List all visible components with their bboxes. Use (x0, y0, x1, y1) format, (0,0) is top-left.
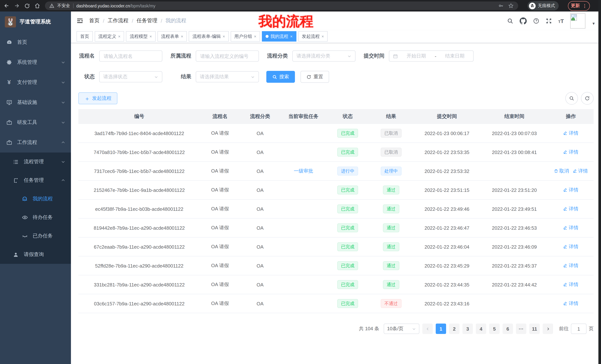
show-search-button[interactable] (565, 92, 578, 105)
forward-icon[interactable] (14, 3, 20, 9)
next-page-button[interactable] (543, 324, 553, 334)
help-icon[interactable] (533, 18, 539, 24)
font-size-icon[interactable]: TT (558, 18, 564, 24)
search-icon[interactable] (507, 18, 513, 24)
sidebar-item-label: 请假查询 (24, 251, 44, 258)
detail-link[interactable]: 详情 (563, 262, 579, 269)
sidebar-item-home[interactable]: 首页 (0, 32, 71, 52)
current-task-link[interactable]: 一级审批 (294, 168, 313, 174)
not-secure-icon (50, 3, 54, 8)
table-row: 03c6c157-7b9a-11ec-a290-acde48001122OA 请… (78, 294, 594, 313)
url-bar[interactable]: 不安全 dashboard.yudao.iocoder.cn/bpm/task/… (45, 1, 518, 10)
sidebar-item-done-task[interactable]: 已办任务 (0, 227, 71, 245)
tab-process-definition[interactable]: 流程定义× (95, 31, 124, 42)
sidebar-collapse-icon[interactable] (77, 18, 83, 24)
col-current-task: 当前审批任务 (280, 109, 327, 124)
tab-home[interactable]: 首页 (77, 31, 93, 42)
close-icon[interactable]: × (223, 34, 225, 38)
detail-link[interactable]: 详情 (563, 130, 579, 136)
home-icon[interactable] (35, 3, 40, 9)
detail-link[interactable]: 详情 (563, 224, 579, 231)
detail-link[interactable]: 详情 (563, 300, 579, 307)
table-row: 3ad174fb-7b9d-11ec-8404-acde48001122OA 请… (78, 124, 594, 143)
bookmark-star-icon[interactable] (508, 3, 514, 9)
page-button-4[interactable]: 4 (476, 324, 486, 334)
sidebar-item-payment[interactable]: ¥ 支付管理 (0, 72, 71, 92)
tab-process-model[interactable]: 流程模型× (126, 31, 156, 42)
breadcrumb-home[interactable]: 首页 (89, 18, 100, 24)
sidebar-item-label: 支付管理 (17, 79, 37, 86)
avatar[interactable] (570, 13, 585, 29)
sidebar-item-label: 我的流程 (33, 196, 53, 202)
close-icon[interactable]: × (254, 34, 257, 38)
sidebar-item-my-process[interactable]: 我的流程 (0, 190, 71, 208)
close-icon[interactable]: × (181, 34, 183, 38)
create-process-button[interactable]: ＋ 发起流程 (78, 92, 117, 104)
sidebar-item-process-mgmt[interactable]: 流程管理 (0, 153, 71, 171)
sidebar-item-task-mgmt[interactable]: 任务管理 (0, 171, 71, 190)
sidebar-item-label: 任务管理 (24, 177, 44, 184)
result-badge: 通过 (383, 280, 399, 289)
browser-menu-icon[interactable]: ⋮ (582, 3, 587, 8)
goto-page-input[interactable] (571, 324, 587, 334)
page-ellipsis[interactable]: ··· (516, 324, 526, 334)
sidebar-item-leave-query[interactable]: 请假查询 (0, 245, 71, 264)
detail-link[interactable]: 详情 (563, 281, 579, 288)
sidebar-item-infra[interactable]: 基础设施 (0, 92, 71, 112)
page-button-1[interactable]: 1 (436, 324, 446, 334)
cancel-link[interactable]: 取消 (554, 168, 569, 174)
page-button-11[interactable]: 11 (529, 324, 540, 334)
sidebar-item-system[interactable]: 系统管理 (0, 52, 71, 72)
tab-my-process[interactable]: 我的流程× (262, 31, 296, 42)
url-text[interactable]: dashboard.yudao.iocoder.cn/bpm/task/my (76, 3, 155, 8)
page-size-select[interactable]: 10条/页 (384, 324, 419, 334)
category-select[interactable]: 请选择流程分类 (292, 50, 355, 62)
browser-update-button[interactable]: 更新 ⋮ (568, 1, 590, 10)
close-icon[interactable]: × (150, 34, 152, 38)
status-badge: 已完成 (337, 223, 358, 232)
incognito-label: 无痕模式 (538, 3, 555, 9)
close-icon[interactable]: × (118, 34, 120, 38)
refresh-button[interactable] (581, 92, 594, 105)
detail-link[interactable]: 详情 (563, 149, 579, 155)
submit-time-range-picker[interactable]: 开始日期 - 结束日期 (389, 50, 474, 62)
github-icon[interactable] (520, 17, 527, 24)
detail-link[interactable]: 详情 (563, 187, 579, 193)
prev-page-button[interactable] (422, 324, 433, 334)
sidebar-logo[interactable]: 🐰 芋道管理系统 (0, 11, 71, 32)
tab-start-process[interactable]: 发起流程× (298, 31, 328, 42)
reset-button-label: 重置 (313, 74, 323, 80)
tab-user-group[interactable]: 用户分组× (231, 31, 260, 42)
back-icon[interactable] (4, 3, 9, 9)
sidebar-item-devtools[interactable]: 研发工具 (0, 112, 71, 133)
detail-link[interactable]: 详情 (563, 206, 579, 212)
status-select[interactable]: 请选择状态 (99, 71, 162, 82)
result-select[interactable]: 请选择流结果 (196, 71, 259, 82)
sidebar-item-workflow[interactable]: 工作流程 (0, 133, 71, 153)
tab-process-form-edit[interactable]: 流程表单-编辑× (189, 31, 229, 42)
reset-button[interactable]: 重置 (300, 71, 329, 83)
process-definition-input[interactable] (196, 50, 259, 62)
close-icon[interactable]: × (321, 34, 324, 38)
caret-down-icon[interactable]: ▼ (592, 21, 595, 25)
page-button-2[interactable]: 2 (449, 324, 460, 334)
search-button[interactable]: 搜索 (266, 71, 295, 83)
filter-definition-label: 所属流程 (170, 53, 191, 59)
key-icon[interactable] (498, 3, 504, 9)
detail-link[interactable]: 详情 (573, 168, 588, 174)
detail-link[interactable]: 详情 (563, 243, 579, 250)
start-date-placeholder[interactable]: 开始日期 (401, 53, 431, 59)
process-name-input[interactable] (99, 50, 162, 62)
fullscreen-icon[interactable] (546, 18, 552, 24)
sidebar-item-todo-task[interactable]: 待办任务 (0, 208, 71, 227)
tab-process-form[interactable]: 流程表单× (158, 31, 187, 42)
end-date-placeholder[interactable]: 结束日期 (440, 53, 470, 59)
breadcrumb-task-mgmt[interactable]: 任务管理 (137, 18, 158, 24)
reload-icon[interactable] (25, 3, 30, 8)
not-secure-label[interactable]: 不安全 (57, 3, 70, 9)
page-button-3[interactable]: 3 (462, 324, 473, 334)
close-icon[interactable]: × (290, 34, 292, 38)
breadcrumb-workflow[interactable]: 工作流程 (108, 18, 129, 24)
page-button-5[interactable]: 5 (489, 324, 500, 334)
page-button-6[interactable]: 6 (502, 324, 513, 334)
